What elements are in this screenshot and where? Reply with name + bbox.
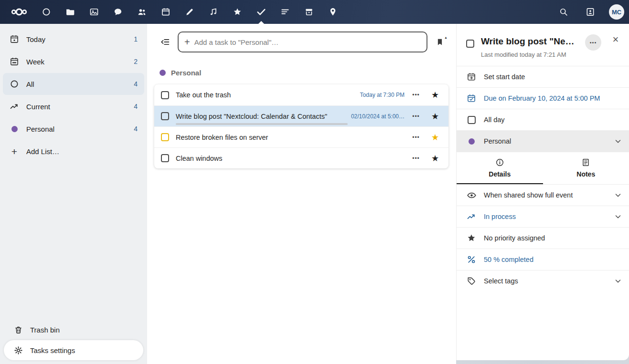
completed-row[interactable]: 50 % completed	[457, 249, 629, 270]
all-day-row[interactable]: All day	[457, 109, 629, 130]
tags-row[interactable]: Select tags	[457, 270, 629, 291]
task-star-icon[interactable]: ★	[426, 154, 445, 163]
add-task-input[interactable]	[194, 38, 421, 46]
archive-app-icon[interactable]	[297, 0, 321, 24]
trending-up-icon	[10, 102, 19, 111]
tab-label: Notes	[576, 170, 595, 178]
start-date-row[interactable]: Set start date	[457, 66, 629, 87]
chevron-down-icon	[614, 137, 622, 146]
due-date-label: Due on February 10, 2024 at 5:00 PM	[484, 94, 622, 102]
all-day-checkbox[interactable]	[466, 116, 477, 124]
priority-label: No priority assigned	[484, 234, 622, 242]
sidebar-item-current[interactable]: Current 4	[3, 95, 144, 117]
task-title: Take out the trash	[176, 91, 360, 99]
priority-row[interactable]: No priority assigned	[457, 227, 629, 249]
task-actions-button[interactable]: •••	[406, 155, 426, 162]
sidebar-bottom: Trash bin Tasks settings	[0, 317, 147, 364]
task-star-icon[interactable]: ★	[426, 112, 445, 121]
nextcloud-logo[interactable]	[4, 0, 34, 24]
sort-order-button[interactable]: ▲	[431, 31, 448, 52]
collapse-sidebar-button[interactable]	[157, 31, 174, 52]
contacts-app-icon[interactable]	[130, 0, 154, 24]
task-list: Take out the trash Today at 7:30 PM ••• …	[154, 84, 448, 168]
task-checkbox[interactable]	[161, 91, 169, 99]
task-actions-button[interactable]: •••	[406, 92, 426, 98]
header: MC	[0, 0, 629, 24]
shared-visibility-row[interactable]: When shared show full event	[457, 184, 629, 206]
sidebar-item-label: Week	[26, 58, 44, 66]
chevron-down-icon	[614, 212, 622, 221]
detail-title-wrap: Write blog post "Ne… Last modified today…	[481, 36, 578, 58]
shared-visibility-label: When shared show full event	[484, 191, 607, 199]
more-actions-button[interactable]: •••	[585, 34, 601, 51]
notes-app-icon[interactable]	[178, 0, 202, 24]
avatar-initials: MC	[612, 9, 621, 16]
task-checkbox[interactable]	[161, 133, 169, 141]
percent-icon	[466, 255, 477, 264]
detail-task-checkbox[interactable]	[466, 40, 474, 48]
maps-app-icon[interactable]	[321, 0, 345, 24]
calendar-due-icon	[466, 94, 477, 103]
list-color-dot	[160, 70, 166, 76]
header-right-actions: MC	[552, 0, 624, 24]
photos-app-icon[interactable]	[82, 0, 106, 24]
sidebar-item-week[interactable]: Week 2	[3, 51, 144, 73]
deck-app-icon[interactable]	[273, 0, 297, 24]
sidebar-item-count: 4	[134, 103, 138, 110]
task-due-date: Today at 7:30 PM	[360, 92, 405, 98]
task-star-icon[interactable]: ★	[426, 133, 445, 142]
task-star-icon[interactable]: ★	[426, 91, 445, 99]
add-list-label: Add List…	[26, 147, 59, 156]
sidebar-item-count: 4	[134, 80, 138, 88]
task-row[interactable]: Restore broken files on server ••• ★	[154, 126, 448, 147]
close-icon[interactable]: ×	[608, 33, 623, 46]
tasks-app-icon[interactable]	[249, 0, 273, 24]
calendar-picker-row[interactable]: Personal	[457, 130, 629, 152]
details-tabs: Details Notes	[457, 152, 629, 184]
contacts-menu-icon[interactable]	[578, 0, 602, 24]
task-actions-button[interactable]: •••	[406, 134, 426, 141]
calendar-start-icon	[466, 72, 477, 82]
sidebar-item-label: Personal	[26, 125, 54, 133]
sidebar-item-count: 4	[134, 125, 138, 133]
task-actions-button[interactable]: •••	[406, 113, 426, 120]
list-group-header: Personal	[147, 56, 456, 83]
completed-label: 50 % completed	[484, 256, 622, 263]
calendar-app-icon[interactable]	[154, 0, 178, 24]
files-app-icon[interactable]	[58, 0, 82, 24]
add-list-button[interactable]: + Add List…	[3, 140, 144, 162]
note-icon	[581, 158, 590, 167]
sidebar-item-today[interactable]: Today 1	[3, 28, 144, 50]
caret-up-icon: ▲	[444, 36, 448, 39]
trash-bin-button[interactable]: Trash bin	[4, 319, 143, 340]
sidebar-nav-list: Today 1 Week 2 All 4	[0, 24, 147, 317]
tasks-settings-button[interactable]: Tasks settings	[4, 340, 143, 360]
task-row[interactable]: Take out the trash Today at 7:30 PM ••• …	[154, 84, 448, 105]
chevron-down-icon	[614, 191, 622, 199]
dashboard-app-icon[interactable]	[34, 0, 58, 24]
sidebar: Today 1 Week 2 All 4	[0, 24, 147, 364]
search-icon[interactable]	[552, 0, 576, 24]
sidebar-item-personal[interactable]: Personal 4	[3, 118, 144, 140]
tab-details[interactable]: Details	[457, 152, 543, 184]
sidebar-item-all[interactable]: All 4	[3, 73, 144, 95]
due-date-row[interactable]: Due on February 10, 2024 at 5:00 PM	[457, 87, 629, 109]
task-row[interactable]: Write blog post "Nextcloud: Calendar & C…	[154, 105, 448, 126]
info-icon	[495, 158, 504, 167]
music-app-icon[interactable]	[202, 0, 225, 24]
task-progress-bar	[176, 123, 348, 125]
avatar[interactable]: MC	[609, 4, 624, 20]
task-checkbox[interactable]	[161, 154, 169, 162]
favorites-app-icon[interactable]	[225, 0, 249, 24]
task-title: Restore broken files on server	[176, 134, 406, 141]
plus-icon: +	[10, 146, 19, 156]
talk-app-icon[interactable]	[106, 0, 130, 24]
task-checkbox[interactable]	[161, 112, 169, 120]
app-menu	[0, 0, 345, 24]
list-color-dot-icon	[10, 126, 19, 132]
chevron-down-icon	[614, 277, 622, 285]
status-row[interactable]: In process	[457, 206, 629, 227]
task-title: Write blog post "Nextcloud: Calendar & C…	[176, 113, 351, 120]
task-row[interactable]: Clean windows ••• ★	[154, 147, 448, 168]
tab-notes[interactable]: Notes	[543, 152, 629, 184]
